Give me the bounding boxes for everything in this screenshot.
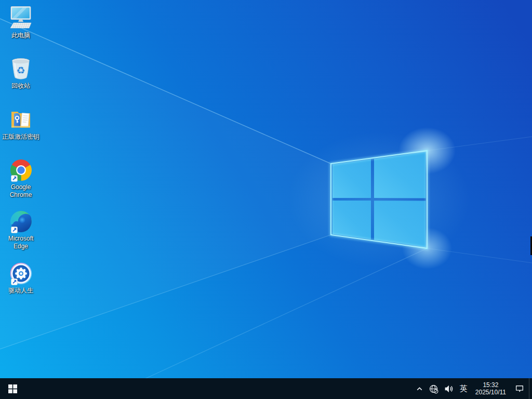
volume-button[interactable]	[441, 378, 456, 399]
desktop-icon-label: 正版激活密钥	[2, 133, 39, 141]
desktop-icon-label: Microsoft Edge	[1, 235, 41, 250]
speaker-icon	[444, 384, 454, 394]
shortcut-arrow-icon	[11, 175, 18, 182]
desktop-icon-activation-key[interactable]: 正版激活密钥	[1, 107, 41, 141]
network-status-button[interactable]	[426, 378, 441, 399]
ime-language-indicator[interactable]: 英	[456, 378, 471, 399]
show-desktop-button[interactable]	[529, 378, 532, 399]
desktop-icon-google-chrome[interactable]: Google Chrome	[1, 157, 41, 199]
recycle-bin-icon: ♻	[8, 56, 33, 81]
action-center-button[interactable]	[510, 378, 529, 399]
start-button[interactable]	[0, 378, 25, 399]
clock-date: 2025/10/11	[475, 389, 506, 396]
desktop-icon-label: 回收站	[11, 82, 30, 90]
recycle-symbol: ♻	[16, 64, 25, 76]
shortcut-arrow-icon	[11, 278, 18, 285]
desktop-icon-this-pc[interactable]: 此电脑	[1, 5, 41, 39]
wallpaper-windows-logo	[0, 0, 532, 378]
desktop-icon-label: 驱动人生	[8, 287, 33, 295]
desktop-icon-driver-life[interactable]: 驱动人生	[1, 260, 41, 295]
clock-time: 15:32	[483, 381, 498, 389]
taskbar: 英 15:32 2025/10/11	[0, 378, 532, 399]
computer-monitor-icon	[8, 5, 33, 30]
windows-logo-icon	[8, 384, 17, 393]
hidden-icons-button[interactable]	[413, 378, 426, 399]
system-tray: 英 15:32 2025/10/11	[413, 378, 532, 399]
windows-desktop-screen: 此电脑 ♻ 回收站	[0, 0, 532, 399]
desktop[interactable]: 此电脑 ♻ 回收站	[0, 0, 532, 378]
desktop-icon-microsoft-edge[interactable]: Microsoft Edge	[1, 208, 41, 250]
speech-bubble-icon	[515, 384, 524, 393]
taskbar-clock[interactable]: 15:32 2025/10/11	[471, 378, 510, 399]
desktop-icon-recycle-bin[interactable]: ♻ 回收站	[1, 56, 41, 90]
globe-no-internet-icon	[429, 384, 438, 394]
desktop-icon-label: Google Chrome	[1, 183, 41, 199]
shortcut-arrow-icon	[11, 227, 18, 233]
chevron-up-icon	[416, 385, 423, 393]
desktop-icon-label: 此电脑	[11, 32, 30, 39]
folder-key-icon	[8, 107, 33, 131]
